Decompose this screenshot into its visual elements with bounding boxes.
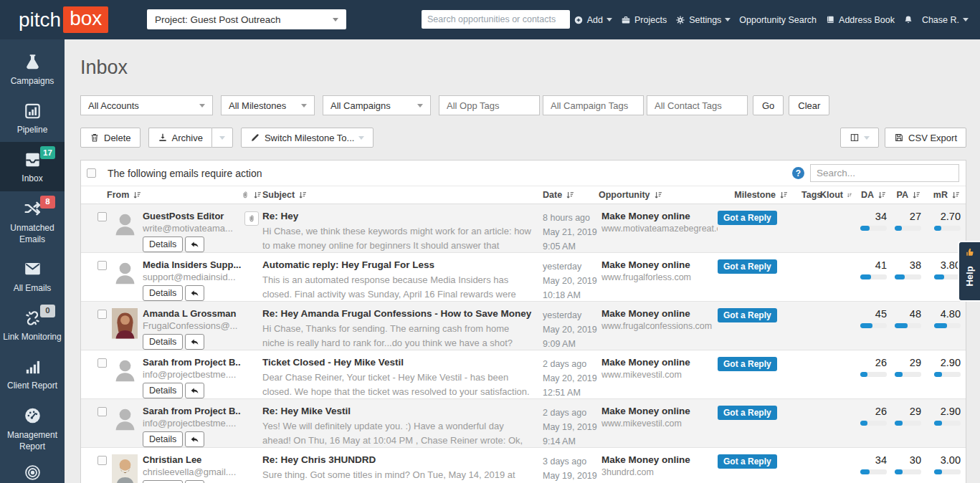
delete-button[interactable]: Delete: [80, 128, 141, 148]
clear-button[interactable]: Clear: [789, 95, 829, 115]
reply-button[interactable]: [185, 285, 204, 301]
sidebar-label: All Emails: [14, 282, 52, 294]
go-button[interactable]: Go: [753, 95, 784, 115]
csv-export-button[interactable]: CSV Export: [885, 128, 966, 148]
metric-pa: 30: [892, 454, 926, 483]
opportunity-name: Make Money online: [601, 308, 718, 319]
column-header-pa[interactable]: PA: [892, 190, 926, 200]
opportunity-url[interactable]: www.frugalconfessions.com: [601, 321, 718, 331]
column-header-subject[interactable]: Subject: [262, 190, 537, 200]
column-header-da[interactable]: DA: [857, 190, 892, 200]
klout-cell: [820, 308, 857, 350]
email-preview: Hi Chase, Thanks for sending. The earnin…: [262, 322, 537, 350]
nav-label: Opportunity Search: [739, 15, 817, 25]
pitchbox-logo[interactable]: pitchbox: [19, 6, 108, 33]
help-tab[interactable]: Help: [958, 241, 980, 302]
details-button[interactable]: Details: [143, 236, 183, 252]
milestone-badge[interactable]: Got a Reply: [718, 211, 777, 225]
column-header-opportunity[interactable]: Opportunity: [599, 190, 718, 200]
sender-email: chrisleevella@gmail....: [143, 467, 241, 477]
sidebar-item-unmatched-emails[interactable]: 8Unmatched Emails: [0, 191, 65, 252]
details-button[interactable]: Details: [143, 480, 183, 483]
tags-cell: [793, 454, 820, 483]
nav-label: Chase R.: [922, 15, 959, 25]
reply-button[interactable]: [185, 431, 204, 447]
opportunity-url[interactable]: www.motivateamazebegreat.com: [601, 224, 718, 234]
sidebar-item-link-monitoring[interactable]: 0Link Monitoring: [0, 300, 65, 349]
email-row[interactable]: Media Insiders Supp...support@mediainsid…: [81, 253, 966, 302]
milestone-badge[interactable]: Got a Reply: [718, 259, 777, 274]
reply-button[interactable]: [185, 334, 204, 350]
reply-button[interactable]: [185, 383, 204, 398]
email-row[interactable]: Sarah from Project B...info@projectbestm…: [81, 350, 966, 399]
sidebar-bottom-icon[interactable]: [0, 464, 65, 482]
table-search-input[interactable]: [810, 164, 959, 182]
nav-user-menu[interactable]: Chase R.: [922, 15, 969, 25]
milestone-badge[interactable]: Got a Reply: [718, 308, 777, 322]
details-button[interactable]: Details: [143, 334, 183, 350]
row-checkbox[interactable]: [97, 407, 107, 416]
archive-dropdown-button[interactable]: [211, 128, 233, 148]
sidebar-item-all-emails[interactable]: All Emails: [0, 252, 65, 300]
inbox-table: The following emails require action ? Fr…: [80, 160, 966, 483]
contact-tags-filter-input[interactable]: [647, 95, 748, 115]
row-checkbox[interactable]: [97, 212, 107, 221]
archive-button[interactable]: Archive: [148, 128, 211, 148]
column-header-klout[interactable]: Klout: [820, 190, 857, 200]
email-row[interactable]: Sarah from Project B...info@projectbestm…: [81, 399, 966, 448]
opportunity-url[interactable]: www.mikevestil.com: [601, 370, 718, 380]
help-icon[interactable]: ?: [792, 167, 804, 179]
accounts-filter-select[interactable]: All Accounts: [80, 95, 213, 115]
search-input[interactable]: [422, 10, 570, 29]
metric-bar: [895, 323, 921, 328]
sidebar-item-client-report[interactable]: Client Report: [0, 349, 65, 398]
details-button[interactable]: Details: [143, 431, 183, 447]
sidebar-item-inbox[interactable]: 17Inbox: [0, 142, 65, 191]
switch-milestone-button[interactable]: Switch Milestone To...: [241, 128, 374, 148]
nav-notifications[interactable]: [903, 15, 913, 25]
milestone-badge[interactable]: Got a Reply: [718, 406, 777, 420]
column-header-attachment[interactable]: [241, 191, 262, 200]
campaigns-filter-select[interactable]: All Campaigns: [323, 95, 431, 115]
tags-cell: [793, 259, 820, 302]
nav-add[interactable]: Add: [574, 15, 612, 25]
milestone-badge[interactable]: Got a Reply: [718, 357, 777, 371]
column-header-milestone[interactable]: Milestone: [718, 190, 793, 200]
metric-da: 41: [857, 259, 892, 302]
email-row[interactable]: Amanda L GrossmanFrugalConfessions@...De…: [81, 302, 966, 350]
row-checkbox[interactable]: [97, 456, 107, 465]
row-checkbox[interactable]: [97, 358, 107, 368]
row-checkbox[interactable]: [97, 261, 107, 270]
column-header-mr[interactable]: mR: [926, 190, 966, 200]
nav-projects[interactable]: Projects: [621, 15, 667, 25]
nav-address-book[interactable]: Address Book: [825, 15, 895, 25]
reply-button[interactable]: [185, 236, 204, 252]
milestone-badge[interactable]: Got a Reply: [718, 454, 777, 469]
nav-opportunity-search[interactable]: Opportunity Search: [739, 15, 817, 25]
nav-settings[interactable]: Settings: [675, 15, 731, 25]
column-header-date[interactable]: Date: [537, 190, 599, 200]
metric-bar: [934, 226, 961, 231]
opportunity-url[interactable]: 3hundrd.com: [601, 467, 718, 477]
sidebar-item-campaigns[interactable]: Campaigns: [0, 44, 65, 93]
sender-email: write@motivateama...: [143, 223, 241, 234]
opp-tags-filter-input[interactable]: [439, 95, 540, 115]
details-button[interactable]: Details: [143, 285, 183, 301]
sidebar-item-pipeline[interactable]: Pipeline: [0, 93, 65, 142]
project-select[interactable]: Project: Guest Post Outreach: [147, 9, 346, 29]
email-row[interactable]: Christian Leechrisleevella@gmail....Deta…: [81, 448, 966, 483]
email-row[interactable]: GuestPosts Editorwrite@motivateama...Det…: [81, 204, 966, 253]
columns-button[interactable]: [840, 128, 879, 148]
opportunity-url[interactable]: www.frugalforless.com: [601, 272, 718, 282]
select-all-checkbox[interactable]: [87, 168, 96, 178]
milestones-filter-select[interactable]: All Milestones: [221, 95, 315, 115]
row-checkbox[interactable]: [97, 310, 107, 319]
column-header-from[interactable]: From: [107, 190, 241, 200]
reply-button[interactable]: [185, 480, 204, 483]
opportunity-name: Make Money online: [601, 454, 718, 465]
sidebar-item-management-report[interactable]: Management Report: [0, 398, 65, 459]
campaign-tags-filter-input[interactable]: [543, 95, 644, 115]
details-button[interactable]: Details: [143, 383, 183, 398]
email-date: yesterdayMay 20, 20199:09 AM: [537, 308, 599, 350]
opportunity-url[interactable]: www.mikevestil.com: [601, 419, 718, 429]
